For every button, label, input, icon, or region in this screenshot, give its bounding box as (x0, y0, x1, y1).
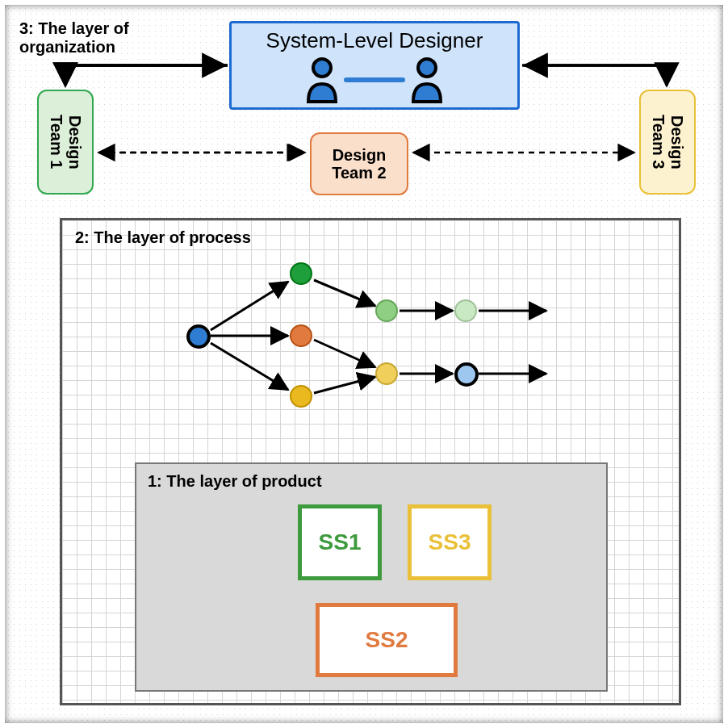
layer3-title: 3: The layer oforganization (19, 19, 129, 56)
process-node-yellow1 (290, 385, 312, 408)
layer1-title: 1: The layer of product (148, 472, 322, 491)
layer2-box: 2: The layer of process 1: The layer of … (60, 218, 681, 705)
process-node-yellow2 (375, 362, 398, 385)
subsystem-ss3: SS3 (408, 504, 492, 580)
design-team-3-box: DesignTeam 3 (639, 90, 696, 195)
process-node-start (186, 324, 211, 349)
team2-label: DesignTeam 2 (332, 146, 386, 182)
svg-point-0 (313, 59, 331, 77)
person-icon (408, 56, 446, 103)
team3-label: DesignTeam 3 (649, 115, 686, 169)
layer1-box: 1: The layer of product SS1 SS3 SS2 (135, 462, 608, 692)
design-team-1-box: DesignTeam 1 (37, 90, 94, 195)
svg-point-1 (418, 59, 436, 77)
svg-line-7 (314, 280, 375, 306)
process-node-blue2 (454, 362, 479, 387)
process-node-green2 (375, 299, 398, 322)
svg-line-4 (211, 282, 288, 330)
process-flow-arrows (62, 220, 679, 430)
svg-line-8 (314, 340, 375, 367)
process-node-green3 (454, 299, 477, 322)
system-level-designer-label: System-Level Designer (266, 28, 483, 53)
process-node-orange1 (290, 324, 312, 347)
design-team-2-box: DesignTeam 2 (310, 132, 408, 195)
process-node-green1 (290, 262, 312, 285)
person-icon (303, 56, 341, 103)
layer2-title: 2: The layer of process (75, 228, 251, 247)
designer-icons (303, 56, 446, 103)
system-level-designer-box: System-Level Designer (229, 21, 520, 110)
people-link-bar (344, 77, 405, 82)
svg-line-9 (314, 377, 375, 393)
subsystem-ss2: SS2 (316, 603, 458, 677)
subsystem-ss1: SS1 (298, 504, 382, 580)
svg-line-6 (211, 343, 288, 390)
team1-label: DesignTeam 1 (47, 115, 84, 169)
